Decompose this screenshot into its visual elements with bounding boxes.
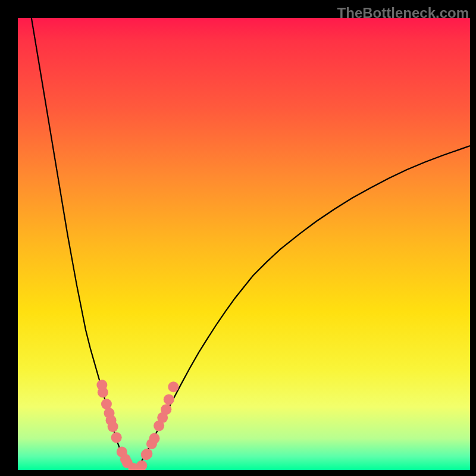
marker-dot [164, 394, 174, 405]
marker-dot [168, 381, 178, 392]
marker-dot [101, 399, 112, 409]
marker-dot [136, 460, 147, 470]
chart-svg [18, 18, 470, 470]
curve-right-branch [136, 146, 470, 470]
marker-dot [98, 387, 108, 397]
watermark-text: TheBottleneck.com [337, 5, 469, 21]
marker-dot [142, 449, 152, 459]
marker-dot [108, 421, 118, 432]
marker-dot [161, 404, 171, 415]
marker-dot [149, 433, 160, 444]
marker-dot [111, 432, 122, 443]
chart-plot-area [18, 18, 470, 470]
marker-group [96, 380, 178, 470]
curve-left-branch [32, 18, 136, 470]
